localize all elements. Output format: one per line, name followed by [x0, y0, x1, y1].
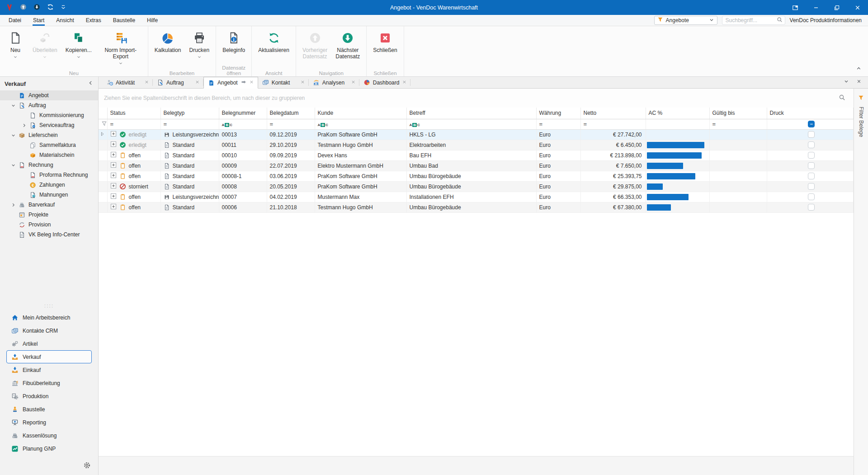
table-row[interactable]: offen Leistungsverzeichnis 00007 04.02.2…	[99, 192, 854, 202]
filter-cell-waehrung[interactable]: =	[536, 119, 580, 129]
tab-auftrag[interactable]: Auftrag	[153, 77, 203, 88]
sidebar-nav-mein-arbeitsbereich[interactable]: Mein Arbeitsbereich	[6, 311, 92, 324]
sidebar-tree-item-proforma-rechnung[interactable]: Proforma Rechnung	[0, 170, 98, 180]
filter-cell-ac[interactable]	[646, 119, 709, 129]
filter-cell-kunde[interactable]: ABC	[315, 119, 406, 129]
sidebar-tree-item-provision[interactable]: Provision	[0, 220, 98, 230]
menu-extras[interactable]: Extras	[80, 15, 107, 26]
column-header-netto[interactable]: Netto	[580, 108, 646, 119]
grid-search-button[interactable]	[839, 94, 845, 102]
sidebar-tree-item-projekte[interactable]: Projekte	[0, 210, 98, 220]
ribbon-button-naechster-datensatz[interactable]: Nächster Datensatz	[332, 29, 363, 65]
menu-ansicht[interactable]: Ansicht	[50, 15, 80, 26]
filter-cell-betreff[interactable]: ABC	[406, 119, 536, 129]
row-expand-button[interactable]	[110, 172, 117, 180]
window-minimize-button[interactable]	[806, 0, 826, 15]
table-row[interactable]: erledigt Standard 00011 29.10.2019 Testm…	[99, 140, 854, 150]
filter-operator-abc[interactable]: ABC	[318, 123, 328, 127]
group-by-panel[interactable]: Ziehen Sie eine Spaltenüberschrift in di…	[99, 89, 854, 108]
qat-refresh[interactable]	[47, 3, 54, 12]
tree-expander[interactable]	[9, 133, 17, 138]
ribbon-button-aktualisieren[interactable]: Aktualisieren	[255, 29, 293, 59]
window-panel-layout-button[interactable]	[785, 0, 806, 15]
ribbon-button-drucken[interactable]: Drucken	[185, 29, 213, 59]
sidebar-collapse-button[interactable]	[88, 80, 94, 87]
tree-expander[interactable]	[9, 163, 17, 168]
row-expand-button[interactable]	[110, 141, 117, 149]
search-box[interactable]	[722, 16, 785, 25]
filter-operator-equals[interactable]: =	[164, 121, 167, 127]
sidebar-tree-item-mahnungen[interactable]: ? Mahnungen	[0, 190, 98, 200]
column-header-status[interactable]: Status	[107, 108, 160, 119]
druck-checkbox[interactable]	[808, 204, 815, 211]
tab-aktivitaet[interactable]: Aktivität	[102, 77, 153, 88]
entity-filter-dropdown[interactable]: Angebote	[654, 16, 717, 25]
row-expand-button[interactable]	[110, 151, 117, 159]
sidebar-tree-item-barverkauf[interactable]: Barverkauf	[0, 200, 98, 210]
filter-cell-belegnummer[interactable]: ABC	[219, 119, 267, 129]
menu-hilfe[interactable]: Hilfe	[141, 15, 164, 26]
tab-kontakt[interactable]: Kontakt	[258, 77, 309, 88]
druck-checkbox[interactable]	[808, 141, 815, 148]
filter-cell-belegtyp[interactable]: =	[160, 119, 219, 129]
druck-checkbox[interactable]	[808, 131, 815, 138]
sidebar-nav-produktion[interactable]: Produktion	[6, 390, 92, 403]
filter-cell-druck[interactable]: –	[767, 119, 854, 129]
qat-download-record[interactable]	[33, 3, 41, 12]
tab-overflow-button[interactable]	[844, 79, 849, 85]
settings-gear-button[interactable]	[83, 461, 91, 470]
tab-close-button[interactable]	[195, 80, 200, 86]
tab-dashboard[interactable]: Dashboard	[359, 77, 411, 88]
sidebar-nav-reporting[interactable]: Reporting	[6, 416, 92, 429]
tab-close-button[interactable]	[249, 80, 254, 86]
table-row[interactable]: storniert Standard 00008 20.05.2019 PraK…	[99, 181, 854, 192]
column-header-belegnummer[interactable]: Belegnummer	[219, 108, 267, 119]
sidebar-tree-item-serviceauftrag[interactable]: Serviceauftrag	[0, 120, 98, 130]
tab-close-button[interactable]	[300, 80, 305, 86]
table-row[interactable]: offen Standard 00008-1 03.06.2019 PraKom…	[99, 171, 854, 181]
druck-checkbox[interactable]	[808, 183, 815, 190]
filter-panel-tab[interactable]: Filter Belege	[854, 89, 868, 475]
row-expand-button[interactable]	[110, 193, 117, 201]
qat-customize-quick-access[interactable]	[60, 4, 66, 11]
sidebar-nav-einkauf[interactable]: Einkauf	[6, 363, 92, 376]
tree-expander[interactable]	[9, 103, 17, 108]
tab-close-button[interactable]	[402, 80, 407, 86]
search-input[interactable]	[725, 17, 777, 24]
column-header-gueltig-bis[interactable]: Gültig bis	[709, 108, 767, 119]
sidebar-nav-fibuueberleitung[interactable]: € Fibuüberleitung	[6, 376, 92, 390]
column-header-waehrung[interactable]: Währung	[536, 108, 580, 119]
filter-operator-abc[interactable]: ABC	[410, 123, 420, 127]
filter-cell-belegdatum[interactable]: =	[267, 119, 315, 129]
table-row[interactable]: offen Standard 00006 21.10.2018 Testmann…	[99, 202, 854, 212]
tree-expander[interactable]	[9, 202, 17, 207]
filter-cell-netto[interactable]: =	[580, 119, 646, 129]
filter-operator-equals[interactable]: =	[539, 121, 543, 127]
filter-operator-equals[interactable]: =	[584, 121, 587, 127]
qat-upload-record[interactable]	[19, 3, 27, 12]
ribbon-button-neu[interactable]: Neu	[3, 29, 28, 59]
tab-close-button[interactable]	[144, 80, 149, 86]
ribbon-button-norm-import-export[interactable]: Norm Import-Export	[96, 29, 145, 65]
druck-checkbox[interactable]	[808, 152, 815, 159]
druck-checkbox[interactable]	[808, 162, 815, 169]
sidebar-nav-kontakte-crm[interactable]: Kontakte CRM	[6, 324, 92, 337]
tab-angebot[interactable]: Angebot	[203, 77, 258, 89]
filter-cell-gueltig-bis[interactable]: =	[709, 119, 767, 129]
row-expand-button[interactable]	[110, 203, 117, 211]
sidebar-tree-item-zahlungen[interactable]: € Zahlungen	[0, 180, 98, 190]
menu-datei[interactable]: Datei	[3, 15, 27, 26]
qat-vendoc-logo[interactable]	[6, 3, 14, 12]
sidebar-tree-item-sammelfaktura[interactable]: Sammelfaktura	[0, 140, 98, 150]
filter-operator-equals[interactable]: =	[270, 121, 274, 127]
column-header-ac[interactable]: AC %	[646, 108, 709, 119]
table-row[interactable]: offen Standard 00009 22.07.2019 Elektro …	[99, 160, 854, 171]
row-expand-button[interactable]	[110, 131, 117, 138]
column-header-indicator[interactable]	[99, 108, 107, 119]
column-header-betreff[interactable]: Betreff	[406, 108, 536, 119]
filter-operator-equals[interactable]: =	[110, 121, 114, 127]
sidebar-tree-item-vk-beleg-info-center[interactable]: VK Beleg Info-Center	[0, 230, 98, 240]
sidebar-tree-item-angebot[interactable]: Angebot	[0, 90, 98, 100]
ribbon-button-kalkulation[interactable]: Kalkulation	[151, 29, 185, 59]
sidebar-nav-verkauf[interactable]: Verkauf	[6, 350, 92, 363]
